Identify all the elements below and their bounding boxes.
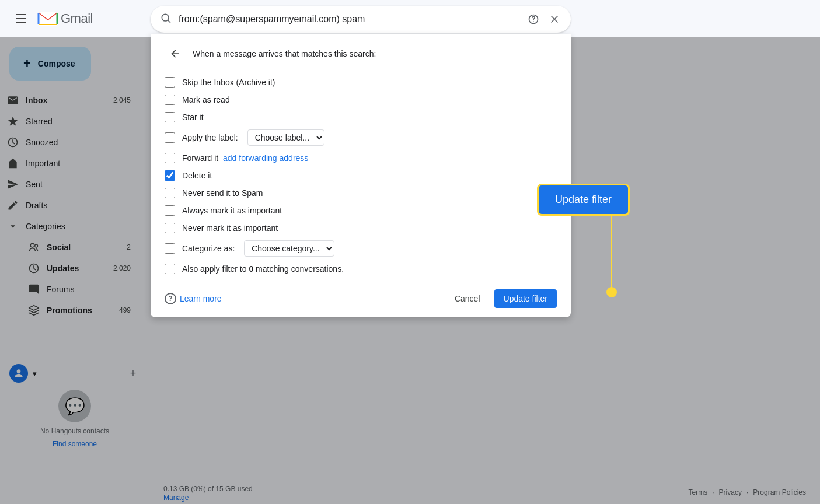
dialog-title: When a message arrives that matches this… <box>193 49 376 58</box>
star-it-label: Star it <box>182 113 204 122</box>
never-spam-label: Never send it to Spam <box>182 188 263 198</box>
delete-it-checkbox[interactable] <box>165 170 175 181</box>
mark-read-checkbox[interactable] <box>165 94 175 105</box>
filter-option-apply-label: Apply the label: Choose label... <box>165 126 557 149</box>
category-select[interactable]: Choose category... <box>244 240 334 257</box>
filter-option-categorize: Categorize as: Choose category... <box>165 237 557 260</box>
search-icon <box>160 12 172 26</box>
mark-read-label: Mark as read <box>182 95 230 104</box>
dialog-header: When a message arrives that matches this… <box>151 34 571 69</box>
annotation-line <box>611 216 612 292</box>
annotation-label: Update filter <box>555 194 612 205</box>
gmail-logo: Gmail <box>37 8 93 29</box>
gmail-logo-text: Gmail <box>61 11 93 26</box>
annotation-bubble: Update filter <box>537 184 630 216</box>
svg-line-8 <box>168 20 170 23</box>
search-input[interactable] <box>179 14 519 24</box>
always-important-label: Always mark it as important <box>182 206 282 215</box>
filter-option-delete-it: Delete it <box>165 167 557 184</box>
also-apply-checkbox[interactable] <box>165 264 175 274</box>
apply-label-label: Apply the label: <box>182 133 240 142</box>
learn-more-link[interactable]: Learn more <box>180 294 222 303</box>
categorize-label: Categorize as: <box>182 244 237 253</box>
close-icon[interactable] <box>547 12 561 26</box>
apply-label-checkbox[interactable] <box>165 132 175 143</box>
filter-option-skip-inbox: Skip the Inbox (Archive it) <box>165 74 557 91</box>
filter-dialog: When a message arrives that matches this… <box>151 34 571 317</box>
filter-option-never-spam: Never send it to Spam <box>165 184 557 202</box>
categorize-checkbox[interactable] <box>165 243 175 254</box>
help-icon: ? <box>165 293 176 304</box>
update-filter-button[interactable]: Update filter <box>494 289 557 308</box>
hamburger-menu-button[interactable] <box>9 7 33 30</box>
filter-option-star-it: Star it <box>165 108 557 126</box>
filter-option-mark-read: Mark as read <box>165 91 557 108</box>
dialog-body: Skip the Inbox (Archive it) Mark as read… <box>151 69 571 282</box>
annotation-box: Update filter <box>537 184 630 216</box>
dialog-footer: ? Learn more Cancel Update filter <box>151 282 571 308</box>
svg-point-10 <box>533 21 534 22</box>
filter-option-always-important: Always mark it as important <box>165 202 557 219</box>
skip-inbox-label: Skip the Inbox (Archive it) <box>182 78 275 87</box>
dialog-back-button[interactable] <box>165 43 186 64</box>
delete-it-label: Delete it <box>182 171 212 180</box>
label-select[interactable]: Choose label... <box>247 130 324 146</box>
filter-option-also-apply: Also apply filter to 0 matching conversa… <box>165 260 557 278</box>
search-help-icon[interactable] <box>526 12 540 26</box>
filter-option-never-important: Never mark it as important <box>165 219 557 237</box>
forward-it-label: Forward it add forwarding address <box>182 153 308 163</box>
search-container <box>151 6 571 33</box>
annotation-dot <box>606 287 617 298</box>
never-spam-checkbox[interactable] <box>165 188 175 198</box>
never-important-label: Never mark it as important <box>182 223 278 233</box>
skip-inbox-checkbox[interactable] <box>165 77 175 88</box>
never-important-checkbox[interactable] <box>165 223 175 233</box>
search-bar <box>151 6 571 33</box>
also-apply-label: Also apply filter to 0 matching conversa… <box>182 264 344 274</box>
forward-it-checkbox[interactable] <box>165 153 175 163</box>
cancel-button[interactable]: Cancel <box>445 289 490 308</box>
star-it-checkbox[interactable] <box>165 112 175 123</box>
always-important-checkbox[interactable] <box>165 205 175 216</box>
add-forwarding-address-link[interactable]: add forwarding address <box>223 153 308 163</box>
footer-help: ? Learn more <box>165 293 441 304</box>
filter-option-forward-it: Forward it add forwarding address <box>165 149 557 167</box>
